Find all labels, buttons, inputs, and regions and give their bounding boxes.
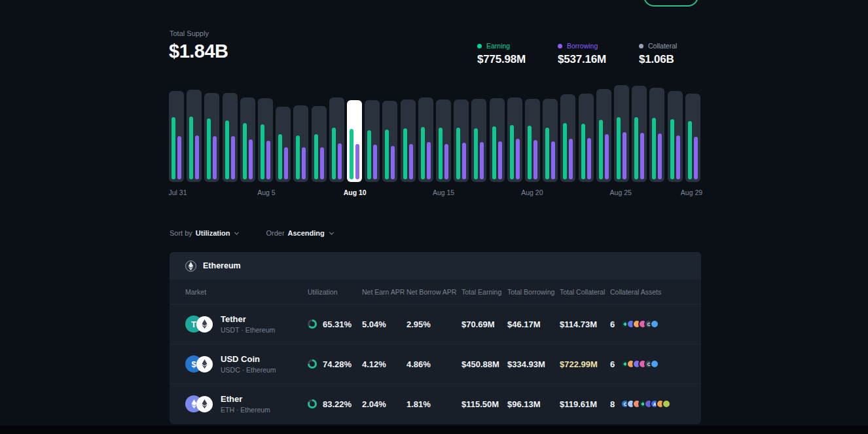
column-header-total-borrowing: Total Borrowing [507, 288, 560, 296]
market-name: Tether [221, 314, 275, 324]
chart-day-bar-4[interactable] [240, 84, 255, 182]
column-header-collateral-assets: Collateral Assets [610, 288, 685, 296]
table-column-headers: MarketUtilizationNet Earn APRNet Borrow … [170, 280, 701, 304]
chart-day-bar-7[interactable] [293, 84, 308, 182]
chart-day-bar-3[interactable] [223, 84, 238, 182]
chart-day-bar-20[interactable] [525, 84, 540, 182]
chart-day-bar-13[interactable] [401, 84, 416, 182]
borrowing-bar [338, 143, 342, 179]
legend-label: Borrowing [567, 42, 598, 50]
legend-dot-icon [477, 44, 482, 48]
utilization-cell: 65.31% [308, 319, 362, 329]
network-header[interactable]: Ethereum [170, 252, 701, 280]
legend-dot-icon [558, 44, 562, 48]
chart-day-bar-0[interactable] [169, 84, 184, 182]
chart-day-bar-14[interactable] [418, 84, 433, 182]
markets-panel: Ethereum MarketUtilizationNet Earn APRNe… [170, 252, 701, 424]
chart-day-bar-5[interactable] [258, 84, 273, 182]
sort-by-value: Utilization [196, 229, 230, 237]
earning-bar [599, 120, 603, 179]
market-subtitle: USDC · Ethereum [221, 366, 276, 374]
earning-bar [670, 119, 674, 179]
total-supply-value: $1.84B [169, 41, 228, 62]
total-borrowing: $334.93M [507, 359, 560, 369]
total-borrowing: $96.13M [507, 399, 560, 409]
collateral-assets-cell: 8 C◆A [610, 399, 685, 409]
chart-day-bar-18[interactable] [490, 84, 505, 182]
borrowing-bar [551, 141, 555, 179]
borrowing-bar [391, 146, 395, 179]
chart-day-bar-24[interactable] [596, 84, 611, 182]
market-row-usd-coin[interactable]: $ USD Coin USDC · Ethereum 74.28% 4.12% … [170, 344, 701, 384]
borrowing-bar [694, 137, 698, 179]
chart-day-bar-25[interactable] [614, 84, 629, 182]
market-subtitle: USDT · Ethereum [221, 326, 275, 334]
borrowing-bar [284, 147, 288, 179]
chart-bars [169, 84, 700, 182]
x-tick-jul-31: Jul 31 [169, 189, 187, 196]
chart-day-bar-28[interactable] [668, 84, 683, 182]
utilization-value: 83.22% [323, 399, 352, 409]
market-cell: $ USD Coin USDC · Ethereum [185, 354, 308, 374]
order-dropdown[interactable]: Order Ascending [266, 229, 333, 237]
x-tick-aug-10: Aug 10 [344, 189, 367, 196]
market-subtitle: ETH · Ethereum [221, 406, 270, 414]
cta-button-partial[interactable] [643, 0, 698, 7]
net-earn-apr: 2.04% [362, 399, 407, 409]
earning-bar [350, 129, 353, 179]
collateral-assets-cell: 6 ◆C [610, 319, 685, 329]
order-label: Order [266, 229, 284, 237]
market-row-tether[interactable]: T Tether USDT · Ethereum 65.31% 5.04% 2.… [170, 304, 701, 344]
borrowing-bar [213, 136, 217, 179]
chart-day-bar-6[interactable] [276, 84, 291, 182]
earning-bar [456, 128, 460, 179]
chart-day-bar-1[interactable] [187, 84, 202, 182]
chart-day-bar-10[interactable] [347, 84, 362, 182]
borrowing-bar [444, 144, 448, 179]
chart-day-bar-17[interactable] [471, 84, 486, 182]
chart-day-bar-11[interactable] [365, 84, 380, 182]
borrowing-bar [676, 136, 680, 179]
chart-day-bar-29[interactable] [685, 84, 700, 182]
earning-bar [385, 130, 389, 179]
borrowing-bar [355, 144, 359, 179]
earning-bar [403, 128, 407, 179]
borrowing-bar [249, 139, 253, 179]
chart-day-bar-22[interactable] [560, 84, 575, 182]
sort-by-dropdown[interactable]: Sort by Utilization [170, 229, 238, 237]
borrowing-bar [231, 136, 235, 179]
borrowing-bar [409, 144, 413, 179]
chart-day-bar-9[interactable] [329, 84, 344, 182]
total-borrowing: $46.17M [507, 319, 560, 329]
earning-bar [492, 126, 496, 179]
earning-bar [439, 128, 443, 179]
chart-day-bar-27[interactable] [649, 84, 664, 182]
chart-day-bar-19[interactable] [507, 84, 522, 182]
chart-day-bar-23[interactable] [579, 84, 594, 182]
earning-bar [332, 128, 336, 179]
chart-day-bar-8[interactable] [312, 84, 327, 182]
legend-item-earning: Earning$775.98M [477, 42, 526, 66]
total-earning: $450.88M [461, 359, 507, 369]
earning-bar [296, 136, 300, 179]
supply-bar-chart: Jul 31Aug 5Aug 10Aug 15Aug 20Aug 25Aug 2… [169, 84, 700, 182]
chart-day-bar-21[interactable] [543, 84, 558, 182]
dashboard: Total Supply $1.84B Earning$775.98MBorro… [0, 0, 868, 434]
collateral-count: 6 [610, 319, 615, 329]
chart-day-bar-15[interactable] [436, 84, 451, 182]
legend-label: Collateral [648, 42, 677, 50]
borrowing-bar [623, 132, 626, 179]
column-header-net-earn-apr: Net Earn APR [362, 288, 407, 296]
asset-icon-stack [185, 395, 213, 412]
utilization-ring-icon [308, 359, 317, 369]
chart-day-bar-26[interactable] [632, 84, 647, 182]
chart-day-bar-16[interactable] [454, 84, 469, 182]
chart-day-bar-2[interactable] [204, 84, 219, 182]
net-borrow-apr: 1.81% [407, 399, 461, 409]
total-earning: $70.69M [461, 319, 507, 329]
borrowing-bar [480, 142, 484, 179]
market-row-ether[interactable]: Ether ETH · Ethereum 83.22% 2.04% 1.81% … [170, 384, 701, 424]
collateral-asset-icon [650, 359, 659, 369]
chart-day-bar-12[interactable] [382, 84, 397, 182]
earning-bar [314, 134, 318, 179]
